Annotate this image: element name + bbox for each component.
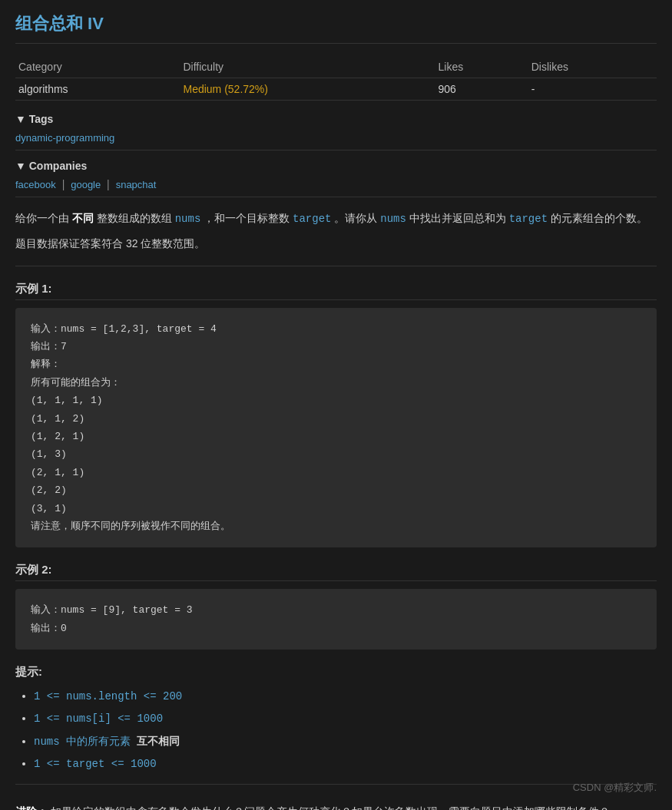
example2-title: 示例 2: [15, 563, 657, 581]
companies-section: ▼ Companies facebook | google | snapchat [15, 160, 657, 197]
meta-table: Category Difficulty Likes Dislikes algor… [15, 56, 657, 101]
separator-1: | [59, 178, 68, 190]
problem-description: 给你一个由 不同 整数组成的数组 nums ，和一个目标整数 target 。请… [15, 210, 657, 266]
cell-dislikes: - [531, 78, 657, 101]
hint-item-2: 1 <= nums[i] <= 1000 [34, 709, 657, 727]
col-header-category: Category [15, 56, 183, 78]
hints-section: 提示: 1 <= nums.length <= 200 1 <= nums[i]… [15, 665, 657, 785]
companies-header: ▼ Companies [15, 160, 657, 172]
advance-text: 如果给定的数组中含有负数会发生什么？问题会产生何种变化？如果允许负数出现，需要向… [51, 805, 610, 810]
advance-section: 进阶： 如果给定的数组中含有负数会发生什么？问题会产生何种变化？如果允许负数出现… [15, 800, 657, 810]
separator-2: | [104, 178, 112, 190]
companies-list: facebook | google | snapchat [15, 178, 657, 190]
tags-list: dynamic-programming [15, 131, 657, 144]
hint-item-3: nums 中的所有元素 互不相同 [34, 732, 657, 750]
col-header-difficulty: Difficulty [183, 56, 438, 78]
hints-title: 提示: [15, 665, 657, 679]
page-title: 组合总和 IV [15, 12, 657, 44]
cell-category: algorithms [15, 78, 183, 101]
example1-code: 输入：nums = [1,2,3], target = 4 输出：7 解释： 所… [15, 308, 657, 548]
example2-code: 输入：nums = [9], target = 3 输出：0 [15, 589, 657, 650]
hints-list: 1 <= nums.length <= 200 1 <= nums[i] <= … [15, 687, 657, 773]
hint-item-1: 1 <= nums.length <= 200 [34, 687, 657, 705]
cell-difficulty: Medium (52.72%) [183, 78, 438, 101]
col-header-likes: Likes [439, 56, 531, 78]
description-line1: 给你一个由 不同 整数组成的数组 nums ，和一个目标整数 target 。请… [15, 210, 657, 229]
cell-likes: 906 [439, 78, 531, 101]
advance-label: 进阶： [15, 805, 48, 810]
company-facebook[interactable]: facebook [15, 179, 56, 190]
description-line2: 题目数据保证答案符合 32 位整数范围。 [15, 235, 657, 253]
company-google[interactable]: google [71, 179, 101, 190]
tags-section: ▼ Tags dynamic-programming [15, 113, 657, 150]
tags-header: ▼ Tags [15, 113, 657, 125]
tag-dynamic-programming[interactable]: dynamic-programming [15, 132, 114, 144]
col-header-dislikes: Dislikes [531, 56, 657, 78]
hint-item-4: 1 <= target <= 1000 [34, 755, 657, 772]
example1-section: 示例 1: 输入：nums = [1,2,3], target = 4 输出：7… [15, 282, 657, 548]
example2-section: 示例 2: 输入：nums = [9], target = 3 输出：0 [15, 563, 657, 650]
example1-title: 示例 1: [15, 282, 657, 300]
company-snapchat[interactable]: snapchat [116, 179, 157, 190]
